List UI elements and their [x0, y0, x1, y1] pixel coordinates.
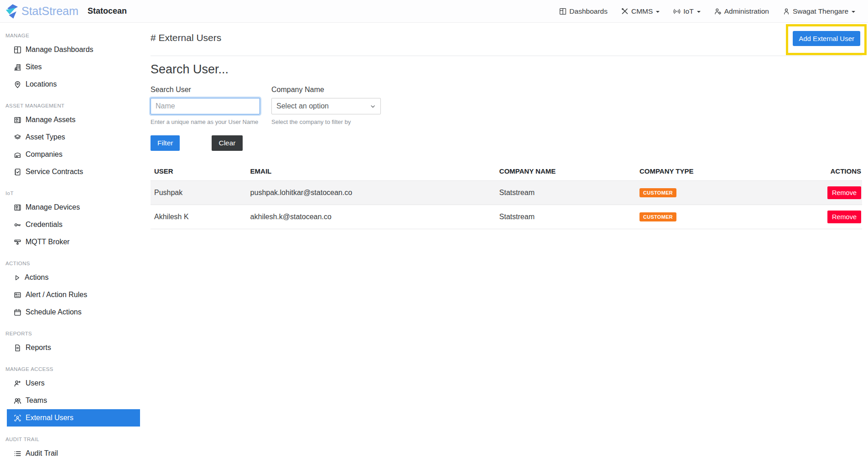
remove-button[interactable]: Remove: [827, 211, 861, 223]
nav-label: Swagat Thengare: [793, 7, 848, 15]
sidebar-item-external-users[interactable]: External Users: [7, 409, 140, 427]
sidebar-item-label: Reports: [26, 344, 51, 352]
teams-icon: [14, 397, 21, 405]
sidebar-item-label: Users: [26, 379, 45, 387]
sidebar-item-companies[interactable]: Companies: [7, 146, 140, 163]
cell-company-type: CUSTOMER: [636, 205, 816, 229]
nav-label: Dashboards: [569, 7, 608, 15]
sidebar-item-label: Audit Trail: [26, 449, 58, 458]
sidebar-section-audit-trail: AUDIT TRAIL: [5, 437, 140, 442]
sidebar-item-users[interactable]: Users: [7, 375, 140, 392]
company-name-group: Company Name Select an option Select the…: [271, 86, 381, 125]
sidebar-item-label: Schedule Actions: [26, 308, 82, 316]
nav-user-menu[interactable]: Swagat Thengare: [783, 7, 855, 15]
customer-badge: CUSTOMER: [639, 212, 676, 221]
page-header: # External Users Add External User: [151, 29, 862, 50]
cell-company: Statstream: [496, 181, 636, 205]
sidebar-item-manage-devices[interactable]: Manage Devices: [7, 199, 140, 216]
company-icon: [14, 151, 21, 159]
sidebar-item-service-contracts[interactable]: Service Contracts: [7, 163, 140, 180]
sidebar-section-iot: IoT: [5, 190, 140, 196]
user-icon: [783, 8, 790, 15]
grid-icon: [14, 46, 21, 54]
sidebar-section-actions: ACTIONS: [5, 261, 140, 266]
sidebar-item-mqtt-broker[interactable]: MQTT Broker: [7, 233, 140, 251]
header-divider: [151, 56, 862, 56]
sidebar-item-schedule-actions[interactable]: Schedule Actions: [7, 303, 140, 321]
nav-cmms[interactable]: CMMS: [621, 7, 660, 15]
chevron-down-icon: [370, 103, 376, 109]
sidebar-item-label: Sites: [26, 63, 42, 71]
broker-icon: [14, 238, 21, 246]
logo-text[interactable]: StatStream: [21, 5, 78, 18]
sidebar-item-reports[interactable]: Reports: [7, 339, 140, 356]
company-select[interactable]: Select an option: [271, 98, 381, 114]
building-icon: [14, 63, 21, 71]
sidebar-section-asset-management: ASSET MANAGEMENT: [5, 103, 140, 108]
play-icon: [14, 274, 21, 281]
col-header-company-type: COMPANY TYPE: [636, 165, 816, 181]
sidebar-section-manage: MANAGE: [5, 33, 140, 38]
remove-button[interactable]: Remove: [827, 186, 861, 199]
cell-actions: Remove: [816, 181, 862, 205]
calendar-icon: [14, 308, 21, 316]
sidebar-item-audit-trail[interactable]: Audit Trail: [7, 445, 140, 462]
sidebar-item-label: Credentials: [26, 221, 62, 229]
chevron-down-icon: [656, 11, 660, 13]
sidebar-item-teams[interactable]: Teams: [7, 392, 140, 409]
top-navigation: Dashboards CMMS IoT Administration: [559, 7, 855, 15]
search-heading: Search User...: [151, 62, 862, 77]
external-user-icon: [14, 414, 21, 422]
add-external-user-button[interactable]: Add External User: [793, 31, 860, 46]
nav-label: IoT: [683, 7, 693, 15]
contract-icon: [14, 168, 21, 176]
table-header-row: USER EMAIL COMPANY NAME COMPANY TYPE ACT…: [151, 165, 862, 181]
sidebar-item-manage-assets[interactable]: Manage Assets: [7, 111, 140, 129]
sidebar-item-asset-types[interactable]: Asset Types: [7, 129, 140, 146]
annotation-highlight-box: Add External User: [786, 24, 867, 55]
topbar: StatStream Statocean Dashboards CMMS IoT: [0, 0, 868, 23]
filter-button[interactable]: Filter: [151, 135, 180, 151]
admin-user-icon: [714, 8, 722, 15]
nav-dashboards[interactable]: Dashboards: [559, 7, 608, 15]
sidebar-item-label: Manage Dashboards: [26, 46, 94, 54]
broadcast-icon: [673, 8, 681, 15]
cell-company-type: CUSTOMER: [636, 181, 816, 205]
report-icon: [14, 344, 21, 352]
page-title: # External Users: [151, 29, 862, 43]
sidebar-item-manage-dashboards[interactable]: Manage Dashboards: [7, 41, 140, 58]
tools-icon: [621, 8, 629, 15]
sidebar-item-label: Companies: [26, 150, 62, 159]
col-header-user: USER: [151, 165, 247, 181]
brand: StatStream Statocean: [5, 4, 127, 19]
cell-email: akhilesh.k@statocean.co: [247, 205, 496, 229]
main-content: # External Users Add External User Searc…: [140, 23, 868, 473]
search-user-input[interactable]: [151, 98, 260, 114]
sidebar-item-locations[interactable]: Locations: [7, 76, 140, 93]
sidebar-item-credentials[interactable]: Credentials: [7, 216, 140, 233]
app-name: Statocean: [88, 6, 127, 16]
cell-company: Statstream: [496, 205, 636, 229]
sidebar-item-label: Actions: [25, 273, 48, 282]
company-name-label: Company Name: [271, 86, 381, 94]
nav-label: CMMS: [631, 7, 653, 15]
sidebar-item-label: Asset Types: [26, 133, 65, 141]
layers-icon: [14, 134, 21, 141]
nav-administration[interactable]: Administration: [714, 7, 769, 15]
cell-email: pushpak.lohitkar@statocean.co: [247, 181, 496, 205]
sidebar-item-label: Teams: [26, 396, 47, 405]
sidebar-item-label: Manage Assets: [26, 116, 75, 124]
sidebar-item-alert-action-rules[interactable]: Alert / Action Rules: [7, 286, 140, 303]
sidebar-item-actions[interactable]: Actions: [7, 269, 140, 286]
cell-user: Pushpak: [151, 181, 247, 205]
sidebar-item-sites[interactable]: Sites: [7, 58, 140, 76]
sidebar-item-label: MQTT Broker: [26, 238, 70, 246]
clear-button[interactable]: Clear: [212, 135, 242, 151]
nav-iot[interactable]: IoT: [673, 7, 700, 15]
filter-actions: Filter Clear: [151, 135, 862, 151]
map-pin-icon: [14, 81, 21, 88]
company-select-value: Select an option: [276, 102, 329, 110]
cell-user: Akhilesh K: [151, 205, 247, 229]
col-header-actions: ACTIONS: [816, 165, 862, 181]
table-row: Akhilesh K akhilesh.k@statocean.co Stats…: [151, 205, 862, 229]
